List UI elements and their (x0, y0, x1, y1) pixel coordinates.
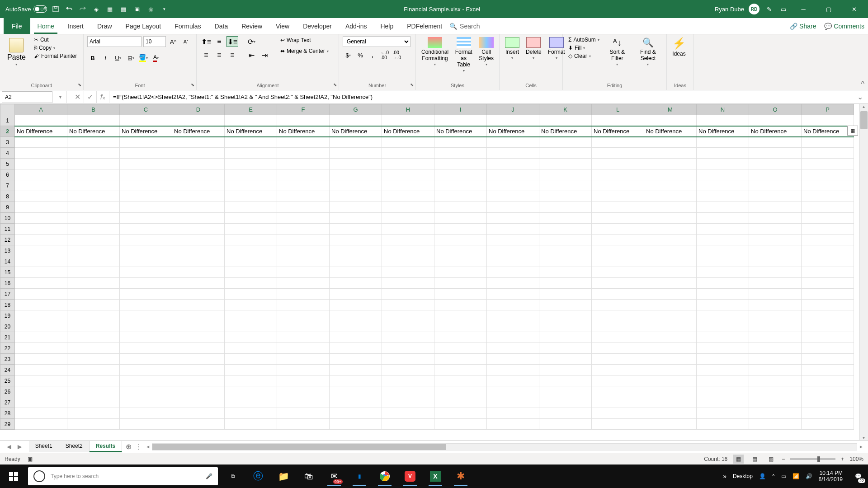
cell-M16[interactable] (644, 278, 697, 289)
cell-H3[interactable] (382, 137, 434, 148)
cell-I8[interactable] (434, 191, 487, 202)
cell-D24[interactable] (172, 365, 225, 375)
tab-add-ins[interactable]: Add-ins (339, 18, 373, 34)
delete-cells-button[interactable]: Delete▾ (524, 36, 543, 61)
cell-B29[interactable] (67, 419, 120, 430)
tab-view[interactable]: View (269, 18, 296, 34)
cell-M11[interactable] (644, 224, 697, 235)
cell-G9[interactable] (330, 202, 382, 213)
row-header-22[interactable]: 22 (0, 343, 15, 354)
cell-F11[interactable] (277, 224, 330, 235)
cell-H22[interactable] (382, 343, 434, 354)
cell-J17[interactable] (487, 289, 539, 300)
cell-H29[interactable] (382, 419, 434, 430)
cell-P2[interactable]: No Difference (802, 126, 854, 137)
cell-H6[interactable] (382, 169, 434, 180)
cell-P8[interactable] (802, 191, 854, 202)
cell-A27[interactable] (15, 397, 67, 408)
cell-J7[interactable] (487, 180, 539, 191)
clipboard-launcher-icon[interactable]: ⬊ (78, 82, 81, 87)
cell-E4[interactable] (225, 148, 277, 159)
cell-L4[interactable] (592, 148, 644, 159)
cell-D18[interactable] (172, 300, 225, 310)
cell-I14[interactable] (434, 256, 487, 267)
cell-H19[interactable] (382, 310, 434, 321)
cell-K11[interactable] (539, 224, 592, 235)
cell-D10[interactable] (172, 213, 225, 224)
cell-O28[interactable] (749, 408, 802, 419)
comments-button[interactable]: 💬 Comments (824, 23, 864, 30)
cell-D13[interactable] (172, 245, 225, 256)
cell-N16[interactable] (697, 278, 749, 289)
user-avatar[interactable]: RD (749, 4, 760, 14)
zoom-level[interactable]: 100% (849, 456, 863, 462)
align-bottom-icon[interactable]: ⬇≡ (226, 36, 238, 47)
tab-developer[interactable]: Developer (297, 18, 338, 34)
cell-F4[interactable] (277, 148, 330, 159)
cell-O3[interactable] (749, 137, 802, 148)
insert-function-icon[interactable]: fₓ (97, 91, 109, 103)
cell-O9[interactable] (749, 202, 802, 213)
cell-J2[interactable]: No Difference (487, 126, 539, 137)
cell-B4[interactable] (67, 148, 120, 159)
clear-button[interactable]: ◇Clear ▾ (566, 52, 601, 60)
cell-E22[interactable] (225, 343, 277, 354)
zoom-in-icon[interactable]: + (841, 456, 844, 462)
formula-input[interactable] (109, 91, 857, 103)
cell-B11[interactable] (67, 224, 120, 235)
store-icon[interactable]: 🛍 (297, 467, 320, 486)
cell-B28[interactable] (67, 408, 120, 419)
cell-D11[interactable] (172, 224, 225, 235)
cell-J22[interactable] (487, 343, 539, 354)
cell-D26[interactable] (172, 386, 225, 397)
cell-E5[interactable] (225, 159, 277, 169)
cell-E16[interactable] (225, 278, 277, 289)
cell-L2[interactable]: No Difference (592, 126, 644, 137)
cell-J8[interactable] (487, 191, 539, 202)
cell-O21[interactable] (749, 332, 802, 343)
cell-B10[interactable] (67, 213, 120, 224)
conditional-formatting-button[interactable]: Conditional Formatting▾ (420, 36, 450, 67)
cell-L21[interactable] (592, 332, 644, 343)
cell-A21[interactable] (15, 332, 67, 343)
cell-L5[interactable] (592, 159, 644, 169)
cell-A25[interactable] (15, 375, 67, 386)
tab-home[interactable]: Home (31, 18, 61, 34)
undo-icon[interactable] (64, 4, 74, 14)
enter-formula-icon[interactable]: ✓ (84, 91, 97, 103)
cell-E29[interactable] (225, 419, 277, 430)
cell-I12[interactable] (434, 235, 487, 245)
share-button[interactable]: 🔗 Share (790, 23, 816, 30)
fill-color-button[interactable]: 🪣 ▾ (138, 52, 149, 63)
sheet-tab-sheet1[interactable]: Sheet1 (29, 441, 59, 452)
paste-button[interactable]: Paste ▾ (4, 36, 29, 68)
cell-K28[interactable] (539, 408, 592, 419)
cell-L20[interactable] (592, 321, 644, 332)
grow-font-icon[interactable]: A^ (168, 36, 179, 47)
cell-M9[interactable] (644, 202, 697, 213)
cell-F8[interactable] (277, 191, 330, 202)
tray-up-icon[interactable]: ^ (772, 473, 775, 479)
cell-C10[interactable] (120, 213, 172, 224)
cell-N26[interactable] (697, 386, 749, 397)
cell-H23[interactable] (382, 354, 434, 365)
cell-L17[interactable] (592, 289, 644, 300)
alignment-launcher-icon[interactable]: ⬊ (333, 82, 337, 87)
cell-K3[interactable] (539, 137, 592, 148)
row-header-29[interactable]: 29 (0, 419, 15, 430)
add-sheet-button[interactable]: ⊕ (122, 442, 135, 451)
cell-N14[interactable] (697, 256, 749, 267)
cell-D29[interactable] (172, 419, 225, 430)
cell-P24[interactable] (802, 365, 854, 375)
tab-insert[interactable]: Insert (61, 18, 90, 34)
cell-F5[interactable] (277, 159, 330, 169)
cell-K18[interactable] (539, 300, 592, 310)
taskbar-search[interactable]: Type here to search 🎤 (28, 467, 218, 485)
row-header-11[interactable]: 11 (0, 224, 15, 235)
row-header-18[interactable]: 18 (0, 300, 15, 310)
row-header-5[interactable]: 5 (0, 159, 15, 169)
cell-L12[interactable] (592, 235, 644, 245)
mail-icon[interactable]: ✉99+ (323, 467, 345, 486)
row-header-6[interactable]: 6 (0, 169, 15, 180)
cell-J6[interactable] (487, 169, 539, 180)
